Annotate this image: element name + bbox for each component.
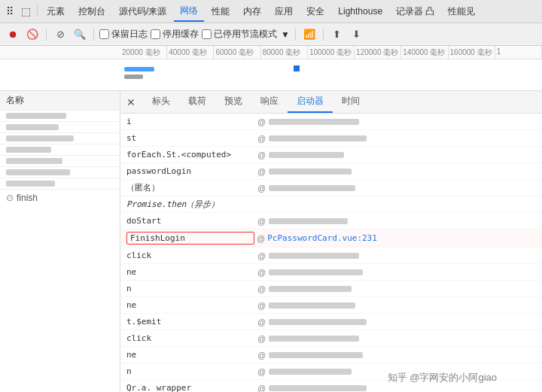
tab-preview[interactable]: 预览 [215, 91, 251, 113]
ref-blur-n2 [269, 369, 352, 375]
sep-2 [93, 29, 94, 41]
file-name-blur-3 [6, 135, 74, 141]
finish-item[interactable]: ⊙ finish [0, 190, 120, 206]
menu-bar: ⠿ ⬚ 元素 控制台 源代码/来源 网络 性能 内存 应用 安全 Lightho… [0, 0, 542, 23]
disable-cache-checkbox[interactable]: 停用缓存 [151, 28, 199, 41]
at-2: @ [257, 134, 266, 143]
menu-sep-1 [37, 5, 38, 17]
ref-blur-pwlogin [269, 169, 352, 175]
func-ne3: ne [126, 350, 254, 360]
file-item-7[interactable] [0, 178, 120, 190]
initiator-row-anon: （匿名） @ [120, 180, 542, 196]
ref-blur-ne2 [269, 302, 355, 308]
keep-log-input[interactable] [99, 29, 109, 39]
at-5: @ [257, 184, 266, 193]
initiator-row-foreach: forEach.St.<computed> @ [120, 147, 542, 163]
at-15: @ [257, 384, 266, 393]
func-n2: n [126, 366, 254, 376]
initiator-row-finishlogin: FinishLogin @ PcPasswordCard.vue:231 [120, 229, 542, 248]
main-area: 名称 ⊙ finish ✕ [0, 91, 542, 392]
func-n1: n [126, 284, 254, 293]
at-finishlogin: @ [257, 234, 265, 243]
file-item-5[interactable] [0, 156, 120, 167]
initiator-row-click2: click @ [120, 330, 542, 347]
finish-label: finish [17, 193, 38, 203]
disable-throttle-checkbox[interactable]: 已停用节流模式 ▼ [202, 28, 290, 41]
keep-log-checkbox[interactable]: 保留日志 [99, 28, 148, 41]
ref-blur-ne1 [269, 269, 363, 275]
timeline-marker [294, 65, 300, 71]
tab-payload[interactable]: 载荷 [179, 91, 215, 113]
tick-1: 40000 毫秒 [167, 46, 214, 59]
clear-btn[interactable]: 🚫 [24, 26, 41, 43]
menu-elements[interactable]: 元素 [41, 2, 71, 21]
func-anon: （匿名） [126, 182, 254, 193]
initiator-row-promise: Promise.then（异步） [120, 196, 542, 213]
tab-timing[interactable]: 时间 [333, 91, 369, 113]
search-btn[interactable]: 🔍 [72, 26, 88, 43]
upload-icon[interactable]: ⬆ [329, 26, 346, 43]
disable-throttle-input[interactable] [202, 29, 212, 39]
tick-6: 140000 毫秒 [401, 46, 448, 59]
menu-memory[interactable]: 内存 [237, 2, 267, 21]
menu-sources[interactable]: 源代码/来源 [113, 2, 172, 21]
file-item-4[interactable] [0, 144, 120, 156]
devtools-icon[interactable]: ⠿ [3, 4, 17, 19]
menu-recorder[interactable]: 记录器 凸 [390, 2, 440, 21]
func-finishlogin: FinishLogin [126, 232, 254, 245]
file-list-header: 名称 [0, 91, 120, 111]
initiator-row-n1: n @ [120, 281, 542, 297]
tab-headers[interactable]: 标头 [143, 91, 179, 113]
menu-security[interactable]: 安全 [300, 2, 330, 21]
file-name-blur-4 [6, 147, 51, 153]
file-item-6[interactable] [0, 167, 120, 178]
tab-bar: ✕ 标头 载荷 预览 响应 启动器 时间 [120, 91, 542, 114]
at-14: @ [257, 367, 266, 376]
download-icon[interactable]: ⬇ [349, 26, 365, 43]
initiator-row-qrwrapper: Qr.a._wrapper @ [120, 380, 542, 392]
inspector-icon[interactable]: ⬚ [18, 4, 34, 19]
sep-1 [46, 29, 47, 41]
file-item-2[interactable] [0, 122, 120, 133]
file-ref-finishlogin[interactable]: PcPasswordCard.vue:231 [267, 233, 377, 243]
stop-recording-btn[interactable]: ⏺ [5, 26, 21, 43]
initiator-row-st: st @ [120, 130, 542, 147]
dropdown-arrow-icon[interactable]: ▼ [281, 29, 290, 40]
menu-perf-insights[interactable]: 性能见 [442, 2, 481, 21]
file-item-1[interactable] [0, 111, 120, 122]
tab-response[interactable]: 响应 [251, 91, 288, 113]
initiator-row-pwlogin: passwordLogin @ [120, 163, 542, 180]
sep-4 [323, 29, 324, 41]
tick-8: 1 [495, 46, 542, 59]
filter-btn[interactable]: ⊘ [52, 26, 69, 43]
initiator-row-ne1: ne @ [120, 264, 542, 281]
finish-icon: ⊙ [6, 193, 14, 203]
menu-application[interactable]: 应用 [269, 2, 299, 21]
file-name-blur-6 [6, 169, 70, 175]
at-10: @ [257, 301, 266, 310]
func-click2: click [126, 333, 254, 343]
close-panel-btn[interactable]: ✕ [123, 95, 139, 110]
menu-lighthouse[interactable]: Lighthouse [332, 3, 388, 20]
tick-5: 120000 毫秒 [355, 46, 401, 59]
tab-initiator[interactable]: 启动器 [288, 91, 333, 113]
tick-4: 100000 毫秒 [308, 46, 355, 59]
ref-blur-dostart [269, 218, 348, 224]
ref-blur-qrwrapper [269, 385, 367, 391]
initiator-content: i @ st @ forEach.St.<computed> @ passwor… [120, 114, 542, 392]
ref-blur-anon [269, 185, 355, 191]
menu-console[interactable]: 控制台 [72, 2, 111, 21]
file-item-3[interactable] [0, 133, 120, 144]
func-qrwrapper: Qr.a._wrapper [126, 383, 254, 392]
disable-throttle-label: 已停用节流模式 [214, 28, 277, 41]
ref-blur-click2 [269, 336, 359, 342]
at-3: @ [257, 150, 266, 160]
ref-blur-emit [269, 319, 367, 325]
func-st: st [126, 133, 254, 143]
menu-performance[interactable]: 性能 [206, 2, 236, 21]
wifi-icon[interactable]: 📶 [301, 26, 318, 43]
func-foreach: forEach.St.<computed> [126, 150, 254, 160]
func-dostart: doStart [126, 216, 254, 226]
disable-cache-input[interactable] [151, 29, 160, 39]
menu-network[interactable]: 网络 [174, 2, 204, 22]
